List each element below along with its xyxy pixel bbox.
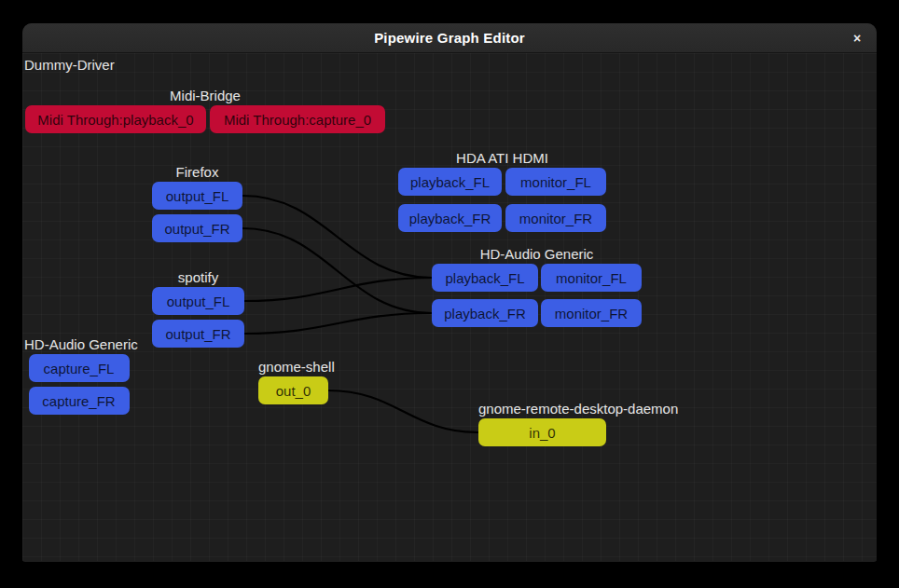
port-output-fr[interactable]: output_FR	[152, 320, 244, 348]
node-hd-audio-generic-source[interactable]: HD-Audio Generic capture_FL capture_FR	[24, 335, 133, 415]
graph-canvas[interactable]: Dummy-Driver Midi-Bridge Midi Through:pl…	[22, 53, 877, 561]
node-hda-ati-hdmi[interactable]: HDA ATI HDMI playback_FL monitor_FL play…	[398, 149, 606, 232]
port-playback-fr[interactable]: playback_FR	[432, 299, 538, 327]
node-title: HD-Audio Generic	[24, 335, 133, 353]
port-midi-playback[interactable]: Midi Through:playback_0	[25, 105, 206, 133]
node-title: gnome-shell	[258, 358, 328, 376]
port-playback-fl[interactable]: playback_FL	[398, 168, 502, 196]
node-title: Midi-Bridge	[25, 87, 385, 104]
link-curve[interactable]	[328, 390, 478, 432]
port-monitor-fr[interactable]: monitor_FR	[505, 204, 606, 232]
port-midi-capture[interactable]: Midi Through:capture_0	[210, 105, 385, 133]
node-gnome-shell[interactable]: gnome-shell out_0	[258, 358, 328, 404]
port-output-fl[interactable]: output_FL	[152, 287, 244, 315]
pipewire-graph-editor-window: Pipewire Graph Editor × Dummy-Driver Mid…	[22, 23, 877, 562]
node-title: HD-Audio Generic	[432, 245, 642, 263]
node-spotify[interactable]: spotify output_FL output_FR	[152, 268, 244, 348]
port-in-0[interactable]: in_0	[478, 418, 606, 446]
window-title: Pipewire Graph Editor	[374, 30, 525, 46]
node-hd-audio-generic-sink[interactable]: HD-Audio Generic playback_FL monitor_FL …	[432, 245, 642, 327]
port-output-fr[interactable]: output_FR	[152, 214, 242, 242]
node-title: spotify	[152, 268, 244, 286]
node-midi-bridge[interactable]: Midi-Bridge Midi Through:playback_0 Midi…	[25, 87, 385, 133]
port-playback-fr[interactable]: playback_FR	[398, 204, 502, 232]
node-title: gnome-remote-desktop-daemon	[478, 400, 678, 417]
port-monitor-fl[interactable]: monitor_FL	[505, 168, 606, 196]
close-icon[interactable]: ×	[847, 28, 867, 48]
port-capture-fl[interactable]: capture_FL	[29, 354, 130, 382]
node-title: HDA ATI HDMI	[398, 149, 606, 167]
node-dummy-driver[interactable]: Dummy-Driver	[24, 56, 115, 74]
titlebar[interactable]: Pipewire Graph Editor ×	[22, 23, 877, 53]
link-curve[interactable]	[244, 313, 432, 334]
port-output-fl[interactable]: output_FL	[152, 182, 242, 210]
port-capture-fr[interactable]: capture_FR	[29, 387, 130, 415]
link-curve[interactable]	[244, 278, 432, 301]
node-firefox[interactable]: Firefox output_FL output_FR	[152, 163, 242, 242]
port-monitor-fr[interactable]: monitor_FR	[541, 299, 642, 327]
node-title: Dummy-Driver	[24, 56, 115, 74]
port-out-0[interactable]: out_0	[258, 376, 328, 404]
port-monitor-fl[interactable]: monitor_FL	[541, 264, 642, 292]
node-title: Firefox	[152, 163, 242, 181]
node-gnome-remote-desktop-daemon[interactable]: gnome-remote-desktop-daemon in_0	[478, 400, 678, 446]
port-playback-fl[interactable]: playback_FL	[432, 264, 538, 292]
